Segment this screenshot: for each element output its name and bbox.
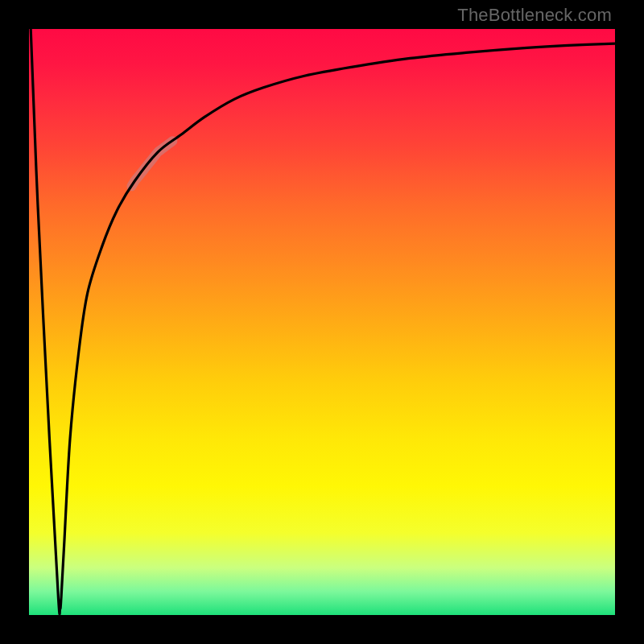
gradient-background xyxy=(29,29,615,615)
attribution-text: TheBottleneck.com xyxy=(457,5,612,26)
plot-area xyxy=(29,29,615,615)
chart-frame: TheBottleneck.com xyxy=(0,0,644,644)
chart-svg xyxy=(29,29,615,615)
